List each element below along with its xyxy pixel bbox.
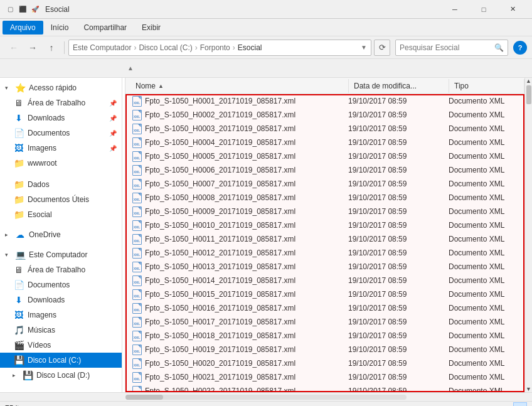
xml-icon: XML: [131, 178, 142, 190]
xml-icon: XML: [131, 302, 142, 314]
scroll-up-arrow[interactable]: ▲: [526, 78, 532, 84]
table-row[interactable]: XML Fpto_S-1050_H0021_20171019_085817.xm…: [125, 370, 524, 384]
address-bar[interactable]: Este Computador › Disco Local (C:) › For…: [68, 40, 371, 56]
view-btn-details[interactable]: ≡: [498, 402, 512, 407]
onedrive-arrow: ▸: [5, 232, 13, 238]
desktop-label: Área de Trabalho: [28, 99, 85, 107]
table-row[interactable]: XML Fpto_S-1050_H0004_20171019_085817.xm…: [125, 136, 524, 149]
forward-button[interactable]: →: [24, 39, 41, 56]
right-scrollbar[interactable]: ▲ ▼: [524, 78, 532, 392]
sidebar-item-documents-pc[interactable]: 📄 Documentos: [0, 277, 122, 292]
sidebar-item-images-quick[interactable]: 🖼 Imagens 📌: [0, 141, 122, 156]
sidebar-this-pc-header[interactable]: ▾ 💻 Este Computador: [0, 247, 122, 262]
col-header-name[interactable]: Nome ▲: [130, 79, 349, 93]
file-type: Documento XML: [449, 345, 524, 354]
menu-exibir[interactable]: Exibir: [134, 21, 168, 35]
doc-uteis-label: Documentos Úteis: [28, 195, 89, 204]
h-scroll-thumb[interactable]: [125, 395, 163, 400]
minimize-button[interactable]: ─: [440, 0, 469, 19]
table-row[interactable]: XML Fpto_S-1050_H0020_20171019_085817.xm…: [125, 356, 524, 370]
table-row[interactable]: XML Fpto_S-1050_H0013_20171019_085817.xm…: [125, 260, 524, 274]
search-input[interactable]: [400, 43, 494, 52]
sidebar-item-videos-pc[interactable]: 🎬 Vídeos: [0, 338, 122, 353]
maximize-button[interactable]: □: [469, 0, 498, 19]
xml-icon: XML: [131, 95, 142, 107]
onedrive-label: OneDrive: [29, 230, 61, 239]
sidebar-item-documentos-uteis[interactable]: 📁 Documentos Úteis: [0, 192, 122, 207]
table-row[interactable]: XML Fpto_S-1050_H0019_20171019_085817.xm…: [125, 343, 524, 356]
sidebar-item-dados[interactable]: 📁 Dados: [0, 177, 122, 192]
table-row[interactable]: XML Fpto_S-1050_H0022_20171019_085817.xm…: [125, 384, 524, 392]
close-button[interactable]: ✕: [498, 0, 527, 19]
file-name: Fpto_S-1050_H0008_20171019_085817.xml: [145, 193, 348, 202]
up-button[interactable]: ↑: [43, 39, 60, 56]
sidebar-item-downloads-quick[interactable]: ⬇ Downloads 📌: [0, 110, 122, 126]
menu-compartilhar[interactable]: Compartilhar: [76, 21, 134, 35]
file-list[interactable]: XML Fpto_S-1050_H0001_20171019_085817.xm…: [125, 94, 524, 392]
table-row[interactable]: XML Fpto_S-1050_H0001_20171019_085817.xm…: [125, 94, 524, 108]
view-controls: ≡ ⊞: [498, 402, 527, 407]
disk-c-icon: 💾: [13, 355, 25, 365]
main-content: ▾ ⭐ Acesso rápido 🖥 Área de Trabalho 📌 ⬇…: [0, 78, 532, 392]
help-button[interactable]: ?: [513, 41, 527, 55]
quick-access-icon: ⭐: [14, 83, 26, 93]
file-name: Fpto_S-1050_H0009_20171019_085817.xml: [145, 207, 348, 216]
window-title: Esocial: [45, 5, 440, 14]
col-header-date[interactable]: Data de modifica...: [349, 79, 449, 93]
xml-icon: XML: [131, 220, 142, 231]
table-row[interactable]: XML Fpto_S-1050_H0016_20171019_085817.xm…: [125, 301, 524, 315]
view-btn-list[interactable]: ⊞: [513, 402, 527, 407]
file-date: 19/10/2017 08:59: [348, 290, 449, 299]
sidebar-item-disk-d[interactable]: ▸ 💾 Disco Local (D:): [0, 368, 122, 383]
downloads-label: Downloads: [28, 114, 65, 122]
table-row[interactable]: XML Fpto_S-1050_H0008_20171019_085817.xm…: [125, 191, 524, 205]
back-button[interactable]: ←: [5, 39, 23, 56]
refresh-button[interactable]: ⟳: [374, 40, 390, 56]
menu-arquivo[interactable]: Arquivo: [3, 21, 43, 35]
table-row[interactable]: XML Fpto_S-1050_H0006_20171019_085817.xm…: [125, 163, 524, 177]
sort-arrow-up[interactable]: ▲: [127, 65, 134, 72]
sidebar-quick-access-header[interactable]: ▾ ⭐ Acesso rápido: [0, 80, 122, 95]
scroll-thumb[interactable]: [526, 85, 531, 104]
dados-label: Dados: [28, 180, 50, 189]
images-pc-icon: 🖼: [13, 310, 25, 320]
table-row[interactable]: XML Fpto_S-1050_H0011_20171019_085817.xm…: [125, 232, 524, 246]
table-row[interactable]: XML Fpto_S-1050_H0010_20171019_085817.xm…: [125, 218, 524, 232]
table-row[interactable]: XML Fpto_S-1050_H0017_20171019_085817.xm…: [125, 315, 524, 329]
bottom-scrollbar[interactable]: [0, 392, 532, 401]
table-row[interactable]: XML Fpto_S-1050_H0012_20171019_085817.xm…: [125, 246, 524, 260]
file-type: Documento XML: [449, 97, 524, 105]
videos-label: Vídeos: [28, 341, 51, 350]
sidebar-item-disk-c[interactable]: 💾 Disco Local (C:): [0, 353, 122, 368]
address-part-esocial: Esocial: [238, 43, 262, 52]
file-type: Documento XML: [449, 359, 524, 368]
xml-icon: XML: [131, 164, 142, 176]
table-row[interactable]: XML Fpto_S-1050_H0018_20171019_085817.xm…: [125, 329, 524, 343]
sidebar-onedrive[interactable]: ▸ ☁ OneDrive: [0, 227, 122, 242]
sidebar-item-documents-quick[interactable]: 📄 Documentos 📌: [0, 126, 122, 141]
xml-icon: XML: [131, 385, 142, 392]
table-row[interactable]: XML Fpto_S-1050_H0009_20171019_085817.xm…: [125, 205, 524, 218]
sidebar-item-images-pc[interactable]: 🖼 Imagens: [0, 307, 122, 323]
xml-icon: XML: [131, 289, 142, 300]
sidebar-item-desktop-pc[interactable]: 🖥 Área de Trabalho: [0, 262, 122, 277]
table-row[interactable]: XML Fpto_S-1050_H0003_20171019_085817.xm…: [125, 122, 524, 136]
sidebar-item-music-pc[interactable]: 🎵 Músicas: [0, 323, 122, 338]
address-dropdown-arrow[interactable]: ▼: [361, 44, 367, 51]
sidebar-item-esocial[interactable]: 📁 Esocial: [0, 207, 122, 222]
col-header-type[interactable]: Tipo: [449, 79, 524, 93]
images-pc-label: Imagens: [28, 311, 56, 319]
menu-inicio[interactable]: Início: [43, 21, 77, 35]
sidebar-item-wwwroot[interactable]: 📁 wwwroot: [0, 156, 122, 171]
sidebar-item-desktop-quick[interactable]: 🖥 Área de Trabalho 📌: [0, 95, 122, 110]
table-row[interactable]: XML Fpto_S-1050_H0015_20171019_085817.xm…: [125, 287, 524, 301]
xml-icon: XML: [131, 206, 142, 217]
table-row[interactable]: XML Fpto_S-1050_H0002_20171019_085817.xm…: [125, 108, 524, 122]
xml-icon: XML: [131, 233, 142, 245]
scroll-down-arrow[interactable]: ▼: [526, 386, 532, 392]
table-row[interactable]: XML Fpto_S-1050_H0007_20171019_085817.xm…: [125, 177, 524, 191]
table-row[interactable]: XML Fpto_S-1050_H0014_20171019_085817.xm…: [125, 274, 524, 287]
sidebar-item-downloads-pc[interactable]: ⬇ Downloads: [0, 292, 122, 307]
col-date-label: Data de modifica...: [354, 82, 417, 90]
table-row[interactable]: XML Fpto_S-1050_H0005_20171019_085817.xm…: [125, 149, 524, 163]
